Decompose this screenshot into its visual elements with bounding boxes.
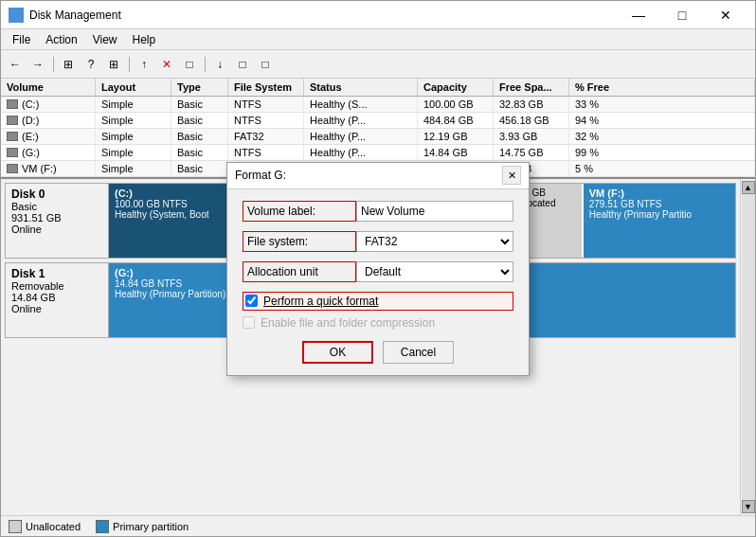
cell-layout: Simple xyxy=(96,145,171,160)
col-header-free[interactable]: Free Spa... xyxy=(494,79,569,96)
partition-name: VM (F:) xyxy=(589,188,729,199)
quick-format-checkbox[interactable] xyxy=(245,295,258,307)
volume-label-text: Volume label: xyxy=(243,201,356,222)
disk-size: 14.84 GB xyxy=(11,292,102,303)
allocation-select[interactable]: Default 512 1024 2048 4096 xyxy=(356,261,513,282)
compression-checkbox[interactable] xyxy=(243,316,255,329)
volume-label-input[interactable] xyxy=(356,201,513,222)
cell-type: Basic xyxy=(171,113,228,128)
cell-type: Basic xyxy=(171,161,228,176)
partition[interactable]: VM (F:) 279.51 GB NTFS Healthy (Primary … xyxy=(584,184,735,258)
toolbar-separator-1 xyxy=(50,54,56,75)
cell-layout: Simple xyxy=(96,113,171,128)
partition-detail1: 279.51 GB NTFS xyxy=(589,199,729,209)
up-button[interactable]: ↑ xyxy=(134,54,154,75)
delete-button[interactable]: ✕ xyxy=(156,54,177,75)
maximize-button[interactable]: □ xyxy=(660,1,704,29)
cell-cap: 484.84 GB xyxy=(418,113,494,128)
menu-file[interactable]: File xyxy=(5,31,38,48)
partition-detail2: Healthy (Primary Partitio xyxy=(589,209,729,220)
title-controls: — □ ✕ xyxy=(617,1,747,29)
drive-icon xyxy=(7,132,18,141)
cell-pct: 94 % xyxy=(569,113,755,128)
back-button[interactable]: ← xyxy=(5,54,26,75)
minimize-button[interactable]: — xyxy=(617,1,660,29)
cell-free: 32.83 GB xyxy=(494,97,569,112)
table-row[interactable]: (G:) Simple Basic NTFS Healthy (P... 14.… xyxy=(1,145,755,161)
grid-button[interactable]: ⊞ xyxy=(58,54,79,75)
legend-unalloc-box xyxy=(9,520,22,533)
drive-icon xyxy=(7,116,18,125)
menu-view[interactable]: View xyxy=(85,31,125,48)
table-header: Volume Layout Type File System Status Ca… xyxy=(1,79,755,97)
format-dialog: Format G: ✕ Volume label: File system: F… xyxy=(226,162,530,376)
down-button[interactable]: ↓ xyxy=(209,54,230,75)
cell-pct: 33 % xyxy=(569,97,755,112)
quick-format-label[interactable]: Perform a quick format xyxy=(263,295,378,308)
scroll-up-button[interactable]: ▲ xyxy=(742,181,755,194)
cell-free: 456.18 GB xyxy=(494,113,569,128)
main-window: Disk Management — □ ✕ File Action View H… xyxy=(0,0,756,537)
allocation-select-wrapper: Default 512 1024 2048 4096 xyxy=(356,261,513,282)
dialog-close-button[interactable]: ✕ xyxy=(502,166,521,185)
cell-pct: 32 % xyxy=(569,129,755,144)
cell-type: Basic xyxy=(171,129,228,144)
file-system-label-text: File system: xyxy=(243,231,356,252)
cell-fs: NTFS xyxy=(228,97,304,112)
disk-name: Disk 1 xyxy=(11,267,102,280)
help-button[interactable]: ? xyxy=(81,54,101,75)
col-header-fs[interactable]: File System xyxy=(228,79,304,96)
disk-label-1: Disk 1 Removable 14.84 GB Online xyxy=(5,262,109,338)
cell-volume: (G:) xyxy=(1,145,96,160)
col-header-type[interactable]: Type xyxy=(171,79,228,96)
dialog-title-bar: Format G: ✕ xyxy=(227,163,529,189)
dialog-title: Format G: xyxy=(235,169,286,182)
cell-fs: FAT32 xyxy=(228,129,304,144)
vertical-scrollbar[interactable]: ▲ ▼ xyxy=(740,179,755,515)
cell-free: 3.93 GB xyxy=(494,129,569,144)
drive-icon xyxy=(7,164,18,173)
cell-type: Basic xyxy=(171,97,228,112)
copy-button[interactable]: □ xyxy=(179,54,200,75)
disk-size: 931.51 GB xyxy=(11,212,102,224)
ok-button[interactable]: OK xyxy=(302,341,373,364)
col-header-pct[interactable]: % Free xyxy=(569,79,755,96)
cell-layout: Simple xyxy=(96,129,171,144)
scroll-down-button[interactable]: ▼ xyxy=(742,500,755,513)
cell-cap: 100.00 GB xyxy=(418,97,494,112)
cell-cap: 14.84 GB xyxy=(418,145,494,160)
col-header-status[interactable]: Status xyxy=(304,79,418,96)
cell-free: 14.75 GB xyxy=(494,145,569,160)
col-header-layout[interactable]: Layout xyxy=(96,79,171,96)
col-header-volume[interactable]: Volume xyxy=(1,79,96,96)
cancel-button[interactable]: Cancel xyxy=(383,341,454,364)
window-icon xyxy=(9,8,24,23)
drive-icon xyxy=(7,99,18,109)
cell-pct: 99 % xyxy=(569,145,755,160)
cell-pct: 5 % xyxy=(569,161,755,176)
extra-button2[interactable]: □ xyxy=(255,54,276,75)
forward-button[interactable]: → xyxy=(27,54,48,75)
properties-button[interactable]: ⊞ xyxy=(103,54,124,75)
file-system-select[interactable]: FAT32 NTFS exFAT xyxy=(356,231,513,252)
menu-action[interactable]: Action xyxy=(38,31,84,48)
scroll-track[interactable] xyxy=(742,194,755,500)
table-row[interactable]: (E:) Simple Basic FAT32 Healthy (P... 12… xyxy=(1,129,755,145)
table-row[interactable]: (D:) Simple Basic NTFS Healthy (P... 484… xyxy=(1,113,755,129)
window-title: Disk Management xyxy=(29,9,121,22)
table-row[interactable]: (C:) Simple Basic NTFS Healthy (S... 100… xyxy=(1,97,755,113)
close-button[interactable]: ✕ xyxy=(704,1,747,29)
disk-status: Online xyxy=(11,224,102,235)
quick-format-row[interactable]: Perform a quick format xyxy=(243,292,513,311)
cell-status: Healthy (P... xyxy=(304,145,418,160)
col-header-cap[interactable]: Capacity xyxy=(418,79,494,96)
toolbar: ← → ⊞ ? ⊞ ↑ ✕ □ ↓ □ □ xyxy=(1,50,755,79)
file-system-select-wrapper: FAT32 NTFS exFAT xyxy=(356,231,513,252)
cell-cap: 12.19 GB xyxy=(418,129,494,144)
disk-status: Online xyxy=(11,303,102,314)
dialog-buttons: OK Cancel xyxy=(243,341,513,364)
cell-volume: VM (F:) xyxy=(1,161,96,176)
extra-button[interactable]: □ xyxy=(232,54,253,75)
cell-layout: Simple xyxy=(96,161,171,176)
menu-help[interactable]: Help xyxy=(125,31,164,48)
